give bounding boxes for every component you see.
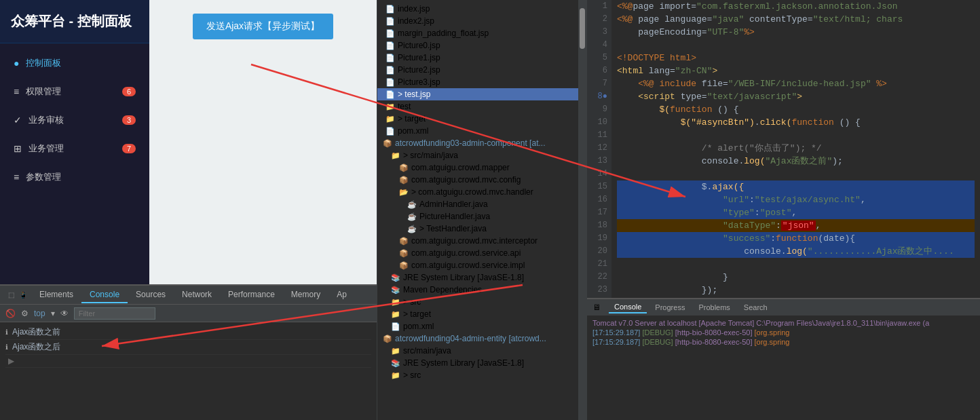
params-icon: ≡ bbox=[14, 172, 19, 183]
tree-item-20[interactable]: 📦 com.atguigu.crowd.service.api bbox=[377, 247, 578, 259]
tree-item-10[interactable]: 📄 pom.xml bbox=[377, 125, 578, 137]
tree-item-1[interactable]: 📄 index2.jsp bbox=[377, 15, 578, 27]
code-line-7: <%@ include file="/WEB-INF/include-head.… bbox=[617, 77, 975, 90]
left-section: 众筹平台 - 控制面板 ● 控制面板 ≡ 权限管理 6 ✓ 业务审核 3 bbox=[0, 0, 377, 420]
sidebar-item-audit[interactable]: ✓ 业务审核 3 bbox=[0, 106, 149, 134]
code-line-18: "dataType":"json", bbox=[617, 219, 975, 232]
code-line-21 bbox=[617, 258, 975, 271]
folder-icon-12: 📁 bbox=[391, 151, 400, 160]
send-ajax-button[interactable]: 发送Ajax请求【异步测试】 bbox=[193, 14, 333, 39]
tree-item-23[interactable]: 📚 Maven Dependencies bbox=[377, 284, 578, 296]
status-tab-problems[interactable]: Problems bbox=[693, 302, 735, 313]
permissions-icon: ≡ bbox=[14, 86, 19, 97]
pkg-icon-19: 📦 bbox=[399, 237, 409, 246]
jsp-icon-4: 📄 bbox=[385, 54, 395, 62]
jsp-icon-5: 📄 bbox=[385, 66, 395, 75]
sidebar-item-params[interactable]: ≡ 参数管理 bbox=[0, 163, 149, 191]
sidebar-item-permissions[interactable]: ≡ 权限管理 6 bbox=[0, 77, 149, 106]
log-thread-2: [http-bio-8080-exec-50] bbox=[675, 338, 753, 346]
top-dropdown-icon[interactable]: ▾ bbox=[51, 309, 55, 318]
tree-item-30[interactable]: 📁 > src bbox=[377, 369, 578, 381]
tab-sources[interactable]: Sources bbox=[128, 287, 174, 303]
tree-item-27[interactable]: 📦 atcrowdfunding04-admin-entity [atcrowd… bbox=[377, 332, 578, 345]
tree-item-13[interactable]: 📦 com.atguigu.crowd.mapper bbox=[377, 161, 578, 174]
tree-item-7[interactable]: 📄 > test.jsp bbox=[377, 88, 578, 100]
line-num-6: 6 bbox=[591, 64, 607, 77]
file-name-10: pom.xml bbox=[398, 126, 428, 136]
tree-item-15[interactable]: 📂 > com.atguigu.crowd.mvc.handler bbox=[377, 186, 578, 198]
inspect-icon[interactable]: ⬚ bbox=[5, 290, 16, 301]
sidebar: 众筹平台 - 控制面板 ● 控制面板 ≡ 权限管理 6 ✓ 业务审核 3 bbox=[0, 0, 149, 284]
status-tab-console[interactable]: Console bbox=[609, 301, 647, 313]
tree-item-12[interactable]: 📁 > src/main/java bbox=[377, 149, 578, 161]
eye-icon[interactable]: 👁 bbox=[60, 309, 69, 318]
line-num-4: 4 bbox=[591, 39, 607, 52]
tree-item-2[interactable]: 📄 margin_padding_float.jsp bbox=[377, 27, 578, 39]
tree-item-28[interactable]: 📁 src/main/java bbox=[377, 345, 578, 357]
clear-console-button[interactable]: 🚫 bbox=[5, 309, 16, 318]
tree-item-24[interactable]: 📁 > src bbox=[377, 296, 578, 308]
tomcat-line: Tomcat v7.0 Server at localhost [Apache … bbox=[592, 318, 975, 328]
tree-item-22[interactable]: 📚 JRE System Library [JavaSE-1.8] bbox=[377, 271, 578, 284]
bottom-status-panel: 🖥 Console Progress Problems Search Tomca… bbox=[587, 298, 980, 420]
sidebar-item-dashboard[interactable]: ● 控制面板 bbox=[0, 49, 149, 77]
console-settings-button[interactable]: ⚙ bbox=[21, 309, 29, 318]
tab-performance[interactable]: Performance bbox=[220, 287, 283, 303]
mobile-icon[interactable]: 📱 bbox=[18, 290, 29, 301]
library-icon-23: 📚 bbox=[391, 286, 400, 294]
tab-console[interactable]: Console bbox=[81, 287, 128, 303]
file-name-1: index2.jsp bbox=[398, 16, 434, 26]
code-line-12: /* alert("你点击了"); */ bbox=[617, 142, 975, 155]
tree-item-11[interactable]: 📦 atcrowdfunding03-admin-component [at..… bbox=[377, 137, 578, 149]
tree-item-5[interactable]: 📄 Picture2.jsp bbox=[377, 64, 578, 76]
tab-network[interactable]: Network bbox=[174, 287, 220, 303]
xml-icon-26: 📄 bbox=[391, 322, 400, 331]
tree-item-4[interactable]: 📄 Picture1.jsp bbox=[377, 52, 578, 64]
status-tab-progress[interactable]: Progress bbox=[649, 302, 690, 313]
file-name-29: JRE System Library [JavaSE-1.8] bbox=[403, 358, 524, 368]
tab-memory[interactable]: Memory bbox=[283, 287, 328, 303]
sidebar-item-business[interactable]: ⊞ 业务管理 7 bbox=[0, 134, 149, 163]
right-section: 1 2 3 4 5 6 7 8● 9 10 11 12 13 14 15 16 bbox=[587, 0, 980, 420]
tree-item-26[interactable]: 📄 pom.xml bbox=[377, 320, 578, 332]
code-line-13: console.log("Ajax函数之前"); bbox=[617, 155, 975, 168]
code-content[interactable]: <%@page import="com.fasterxml.jackson.an… bbox=[611, 0, 980, 298]
file-name-27: atcrowdfunding04-admin-entity [atcrowd..… bbox=[395, 334, 546, 343]
tree-item-0[interactable]: 📄 index.jsp bbox=[377, 3, 578, 15]
tree-item-25[interactable]: 📁 > target bbox=[377, 308, 578, 320]
web-content: 发送Ajax请求【异步测试】 bbox=[149, 0, 377, 284]
line-num-17: 17 bbox=[591, 206, 607, 219]
devtools-toolbar: 🚫 ⚙ top ▾ 👁 bbox=[0, 305, 377, 322]
tree-item-3[interactable]: 📄 Picture0.jsp bbox=[377, 39, 578, 52]
tab-app[interactable]: Ap bbox=[328, 287, 355, 303]
console-line-expand[interactable]: ▶ bbox=[5, 355, 371, 368]
tree-item-8[interactable]: 📁 test bbox=[377, 100, 578, 113]
console-filter-input[interactable] bbox=[74, 307, 155, 320]
file-tree-scroll: 📄 index.jsp 📄 index2.jsp 📄 margin_paddin… bbox=[377, 0, 586, 420]
status-tab-search[interactable]: Search bbox=[738, 302, 773, 313]
jsp-icon-2: 📄 bbox=[385, 29, 395, 38]
tree-item-18[interactable]: ☕ > TestHandler.java bbox=[377, 223, 578, 235]
line-num-2: 2 bbox=[591, 13, 607, 26]
file-tree-scrollbar[interactable] bbox=[578, 0, 586, 420]
scrollbar-thumb[interactable] bbox=[580, 8, 585, 49]
sidebar-label-params: 参数管理 bbox=[26, 171, 136, 183]
sidebar-label-dashboard: 控制面板 bbox=[26, 57, 136, 69]
tree-item-9[interactable]: 📁 > target bbox=[377, 113, 578, 125]
tab-elements[interactable]: Elements bbox=[31, 287, 81, 303]
tree-item-6[interactable]: 📄 Picture3.jsp bbox=[377, 76, 578, 88]
line-num-8: 8● bbox=[591, 90, 607, 103]
tree-item-21[interactable]: 📦 com.atguigu.crowd.service.impl bbox=[377, 259, 578, 271]
line-num-18: 18 bbox=[591, 219, 607, 232]
audit-badge: 3 bbox=[122, 115, 136, 125]
tree-item-16[interactable]: ☕ AdminHandler.java bbox=[377, 198, 578, 210]
line-num-23: 23 bbox=[591, 284, 607, 297]
tree-item-29[interactable]: 📚 JRE System Library [JavaSE-1.8] bbox=[377, 357, 578, 369]
tree-item-19[interactable]: 📦 com.atguigu.crowd.mvc.interceptor bbox=[377, 235, 578, 247]
file-name-21: com.atguigu.crowd.service.impl bbox=[411, 261, 525, 270]
left-top: 众筹平台 - 控制面板 ● 控制面板 ≡ 权限管理 6 ✓ 业务审核 3 bbox=[0, 0, 377, 284]
line-num-11: 11 bbox=[591, 129, 607, 142]
info-icon-1: ℹ bbox=[5, 328, 8, 336]
tree-item-14[interactable]: 📦 com.atguigu.crowd.mvc.config bbox=[377, 174, 578, 186]
tree-item-17[interactable]: ☕ PictureHandler.java bbox=[377, 210, 578, 223]
